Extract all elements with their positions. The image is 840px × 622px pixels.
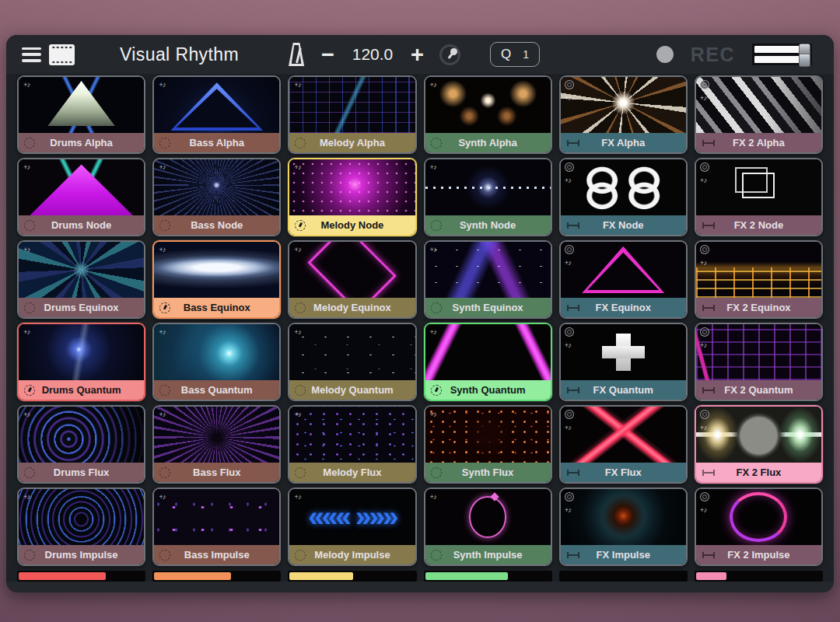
clip-thumbnail: +♪ [289,407,415,463]
add-note-icon: +♪ [565,505,571,514]
add-note-icon: +♪ [430,410,436,418]
add-note-icon: +♪ [23,162,30,171]
clip-label-bar: Drums Flux [19,463,144,482]
film-strip-icon[interactable] [49,44,75,65]
clip-cell-synth-impulse[interactable]: +♪Synth Impulse [424,487,552,566]
clip-cell-drums-quantum[interactable]: +♪Drums Quantum [17,323,145,401]
add-note-icon: +♪ [294,162,300,171]
clip-art [170,82,263,131]
clip-cell-melody-equinox[interactable]: +♪Melody Equinox [288,240,416,319]
clip-label: Synth Flux [462,466,513,478]
clip-label-bar: Synth Alpha [425,133,551,152]
clip-label: Drums Node [51,219,111,231]
clip-grid-area: +♪Drums Alpha+♪Bass Alpha+♪Melody Alpha+… [6,74,834,566]
clip-cell-synth-quantum[interactable]: +♪Synth Quantum [424,323,552,401]
clip-cell-bass-equinox[interactable]: +♪Bass Equinox [152,240,281,319]
clip-cell-drums-node[interactable]: +♪Drums Node [17,158,145,236]
clip-cell-fx2-node[interactable]: +♪FX 2 Node [695,158,823,236]
clip-label: FX 2 Impulse [727,549,789,561]
clip-state-icon [24,220,35,231]
clip-thumbnail: +♪ [561,242,686,298]
clip-label: Synth Equinox [453,302,523,313]
master-fader[interactable] [752,44,812,65]
add-note-icon: +♪ [700,505,706,514]
clip-label: Drums Equinox [44,302,119,313]
clip-cell-fx-quantum[interactable]: +♪FX Quantum [559,323,688,401]
clip-cell-bass-quantum[interactable]: +♪Bass Quantum [152,323,281,401]
clip-cell-melody-node[interactable]: +♪Melody Node [288,158,416,236]
clip-label: FX 2 Equinox [726,302,790,313]
clip-cell-fx-impulse[interactable]: +♪FX Impulse [559,487,688,566]
clip-art [696,407,821,463]
clip-state-icon [431,220,442,231]
clip-cell-bass-node[interactable]: +♪Bass Node [152,158,281,236]
tempo-display[interactable]: 120.0 [350,45,395,64]
rec-button[interactable]: REC [691,44,735,66]
quantize-selector[interactable]: Q 1 [490,42,540,67]
clip-cell-synth-flux[interactable]: +♪Synth Flux [424,405,552,484]
clip-thumbnail: +♪ [154,242,279,298]
fader-bar-top[interactable] [754,46,806,53]
range-icon [702,305,715,311]
clip-cell-drums-flux[interactable]: +♪Drums Flux [17,405,145,484]
clip-cell-synth-alpha[interactable]: +♪Synth Alpha [424,75,552,154]
clip-thumbnail: +♪ [425,489,551,545]
clip-cell-bass-flux[interactable]: +♪Bass Flux [152,405,281,484]
clip-thumbnail: +♪ [154,324,279,380]
clip-cell-drums-alpha[interactable]: +♪Drums Alpha [17,75,145,154]
clip-label-bar: FX 2 Quantum [696,380,821,400]
clip-art [47,81,115,126]
clip-cell-bass-alpha[interactable]: +♪Bass Alpha [152,75,281,154]
clip-cell-fx2-quantum[interactable]: +♪FX 2 Quantum [695,323,823,401]
add-note-icon: +♪ [23,80,30,89]
clip-label: Synth Alpha [458,137,516,149]
clip-state-icon [24,138,35,149]
clip-label: Bass Node [191,219,243,231]
clip-cell-drums-impulse[interactable]: +♪Drums Impulse [17,487,145,566]
clip-state-icon [24,467,35,478]
clip-cell-fx-equinox[interactable]: +♪FX Equinox [559,240,688,319]
clip-cell-synth-equinox[interactable]: +♪Synth Equinox [424,240,552,319]
add-note-icon: +♪ [159,162,165,171]
clip-cell-fx-node[interactable]: +♪FX Node [559,158,688,236]
clip-thumbnail: +♪ [154,159,279,215]
range-icon [702,387,715,393]
app-title: Visual Rhythm [120,44,239,65]
clip-cell-fx2-impulse[interactable]: +♪FX 2 Impulse [695,487,823,566]
clip-cell-fx-alpha[interactable]: +♪FX Alpha [559,75,688,154]
clip-cell-fx-flux[interactable]: +♪FX Flux [559,405,688,484]
tempo-decrease-button[interactable]: − [318,44,338,65]
add-note-icon: +♪ [294,327,300,336]
tempo-increase-button[interactable]: + [408,44,427,65]
add-note-icon: +♪ [294,245,300,253]
clip-cell-bass-impulse[interactable]: +♪Bass Impulse [152,487,281,566]
clip-art [696,77,821,133]
loop-icon [700,410,709,419]
clip-cell-fx2-equinox[interactable]: +♪FX 2 Equinox [695,240,823,319]
range-icon [702,552,715,558]
clip-cell-melody-impulse[interactable]: +♪Melody Impulse [288,487,416,566]
clip-cell-melody-quantum[interactable]: +♪Melody Quantum [288,323,416,401]
clip-thumbnail: +♪ [154,77,279,133]
clip-cell-drums-equinox[interactable]: +♪Drums Equinox [17,240,145,319]
clip-cell-fx2-flux[interactable]: +♪FX 2 Flux [695,405,823,484]
clip-cell-melody-flux[interactable]: +♪Melody Flux [288,405,416,484]
clip-cell-melody-alpha[interactable]: +♪Melody Alpha [288,75,416,154]
clip-label: FX Node [603,219,644,231]
menu-button[interactable] [22,47,41,62]
clip-art [582,246,664,294]
clip-cell-fx2-alpha[interactable]: +♪FX 2 Alpha [695,75,823,154]
metronome-icon[interactable] [287,43,306,66]
clip-label: FX 2 Node [734,219,784,231]
fader-bar-bottom[interactable] [754,56,806,63]
clip-state-icon [295,385,306,396]
record-indicator-icon[interactable] [656,46,674,63]
clip-art [425,77,551,133]
clip-cell-synth-node[interactable]: +♪Synth Node [424,158,552,236]
clip-label-bar: Bass Equinox [154,298,279,317]
tap-tempo-dial-icon[interactable] [439,44,460,65]
clip-art [696,242,821,298]
clip-label: Drums Alpha [50,137,112,149]
add-note-icon: +♪ [700,93,706,102]
clip-state-icon [159,467,170,478]
